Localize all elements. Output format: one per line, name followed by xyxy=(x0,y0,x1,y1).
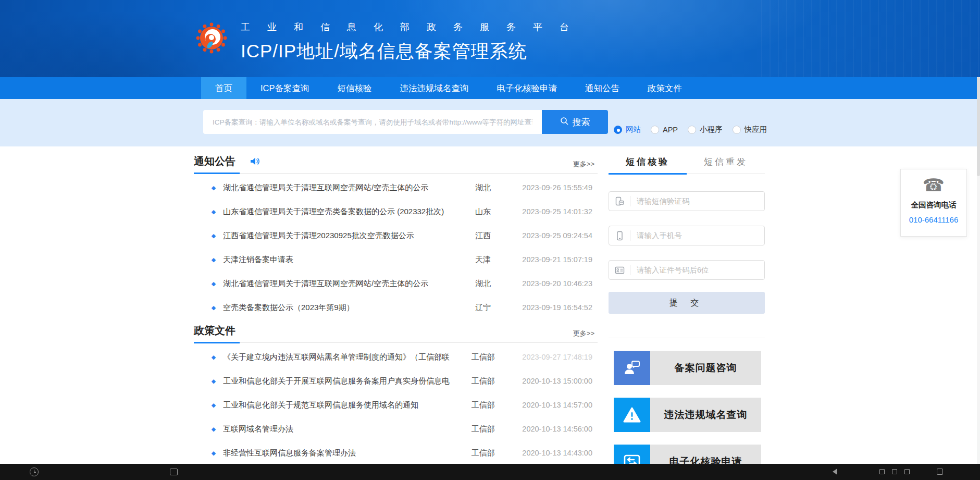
header-titles: 工业和信息化部政务服务平台 ICP/IP地址/域名信息备案管理系统 xyxy=(241,21,586,64)
radio-app[interactable]: APP xyxy=(651,126,678,134)
scrollbar-thumb[interactable] xyxy=(977,77,980,176)
control-icon[interactable] xyxy=(892,469,897,474)
policy-date: 2023-09-27 17:48:19 xyxy=(506,353,592,361)
policies-section: 政策文件 更多>> ◆ 《关于建立境内违法互联网站黑名单管理制度的通知》（工信部… xyxy=(194,324,598,465)
sms-code-input[interactable] xyxy=(630,197,764,205)
search-icon xyxy=(560,117,568,128)
fullscreen-icon[interactable] xyxy=(937,469,943,475)
miit-logo-icon xyxy=(195,19,228,57)
search-input[interactable] xyxy=(203,110,542,134)
illegal-domain-action-button[interactable]: 违法违规域名查询 xyxy=(614,398,761,432)
radio-miniprogram[interactable]: 小程序 xyxy=(688,125,723,134)
bottom-bar xyxy=(0,464,980,480)
volume-icon[interactable] xyxy=(833,469,837,475)
radio-label: 网站 xyxy=(626,125,641,134)
radio-dot xyxy=(688,126,696,134)
nav-item-illegal-domain-query[interactable]: 违法违规域名查询 xyxy=(386,77,483,99)
nav-item-notices[interactable]: 通知公告 xyxy=(571,77,634,99)
diamond-bullet-icon: ◆ xyxy=(204,402,223,409)
diamond-bullet-icon: ◆ xyxy=(204,354,223,361)
policy-date: 2020-10-13 14:43:00 xyxy=(506,449,592,457)
id-card-field-wrap xyxy=(609,260,765,280)
platform-name: 工业和信息化部政务服务平台 xyxy=(241,21,586,33)
consult-action-button[interactable]: 备案问题咨询 xyxy=(614,351,761,385)
policy-title-link[interactable]: 《关于建立境内违法互联网站黑名单管理制度的通知》（工信部联 xyxy=(223,352,460,362)
mobile-field-wrap xyxy=(609,226,765,245)
nav-item-icp-query[interactable]: ICP备案查询 xyxy=(246,77,324,99)
policies-more-link[interactable]: 更多>> xyxy=(573,329,594,338)
notice-row: ◆ 空壳类备案数据公示（2023年第9期） 辽宁 2023-09-19 16:5… xyxy=(194,296,598,319)
consult-icon xyxy=(614,351,650,385)
notice-date: 2023-09-25 14:01:32 xyxy=(506,207,592,216)
policy-source: 工信部 xyxy=(460,352,506,362)
site-header: 工业和信息化部政务服务平台 ICP/IP地址/域名信息备案管理系统 xyxy=(0,0,980,77)
policy-title-link[interactable]: 互联网域名管理办法 xyxy=(223,424,460,434)
id-number-input[interactable] xyxy=(630,266,764,274)
policy-title-link[interactable]: 工业和信息化部关于开展互联网信息服务备案用户真实身份信息电 xyxy=(223,376,460,386)
notice-row: ◆ 湖北省通信管理局关于清理互联网空壳网站/空壳主体的公示 湖北 2023-09… xyxy=(194,176,598,200)
telephone-icon: ☎ xyxy=(901,176,966,194)
policy-source: 工信部 xyxy=(460,448,506,458)
notice-title-link[interactable]: 空壳类备案数据公示（2023年第9期） xyxy=(223,303,460,313)
notice-title-link[interactable]: 湖北省通信管理局关于清理互联网空壳网站/空壳主体的公示 xyxy=(223,183,460,193)
main-navbar: 首页 ICP备案查询 短信核验 违法违规域名查询 电子化核验申请 通知公告 政策… xyxy=(0,77,980,99)
policy-date: 2020-10-13 14:57:00 xyxy=(506,401,592,409)
nav-item-sms-verify[interactable]: 短信核验 xyxy=(324,77,386,99)
policies-list: ◆ 《关于建立境内违法互联网站黑名单管理制度的通知》（工信部联 工信部 2023… xyxy=(194,345,598,465)
radio-dot xyxy=(733,126,741,134)
notice-region: 天津 xyxy=(460,255,506,265)
window-icon[interactable] xyxy=(170,469,178,475)
policy-row: ◆ 工业和信息化部关于规范互联网信息服务使用域名的通知 工信部 2020-10-… xyxy=(194,393,598,417)
notice-date: 2023-09-19 16:54:52 xyxy=(506,303,592,312)
notices-section: 通知公告 更多>> ◆ 湖北省通信管理局关于清理互联网空壳网站/空壳主体的公示 … xyxy=(194,154,598,319)
contact-phone-number: 010-66411166 xyxy=(901,215,966,224)
notice-title-link[interactable]: 山东省通信管理局关于清理空壳类备案数据的公示 (202332批次) xyxy=(223,207,460,217)
contact-label: 全国咨询电话 xyxy=(901,200,966,210)
policies-title: 政策文件 xyxy=(194,324,235,338)
nav-item-e-verification[interactable]: 电子化核验申请 xyxy=(483,77,572,99)
mobile-number-input[interactable] xyxy=(630,231,764,240)
notices-header: 通知公告 更多>> xyxy=(194,154,598,174)
radio-quickapp[interactable]: 快应用 xyxy=(733,125,767,134)
notice-date: 2023-09-26 15:55:49 xyxy=(506,183,592,192)
radio-dot xyxy=(651,126,659,134)
tab-sms-verify[interactable]: 短信核验 xyxy=(609,154,687,174)
notice-region: 山东 xyxy=(460,207,506,217)
tab-sms-resend[interactable]: 短信重发 xyxy=(687,154,765,174)
policies-title-underline xyxy=(194,342,240,343)
notice-row: ◆ 江西省通信管理局关于清理20230925批次空壳数据公示 江西 2023-0… xyxy=(194,224,598,248)
nav-item-home[interactable]: 首页 xyxy=(201,77,246,99)
id-card-icon xyxy=(609,265,630,275)
clock-icon[interactable] xyxy=(30,467,39,476)
warning-icon xyxy=(614,398,650,432)
search-button[interactable]: 搜索 xyxy=(542,110,608,134)
policies-header: 政策文件 更多>> xyxy=(194,324,598,343)
nav-items: 首页 ICP备案查询 短信核验 违法违规域名查询 电子化核验申请 通知公告 政策… xyxy=(201,77,696,99)
radio-website[interactable]: 网站 xyxy=(614,125,641,134)
notice-title-link[interactable]: 湖北省通信管理局关于清理互联网空壳网站/空壳主体的公示 xyxy=(223,279,460,289)
policy-title-link[interactable]: 非经营性互联网信息服务备案管理办法 xyxy=(223,448,460,458)
quick-actions: 备案问题咨询 违法违规域名查询 xyxy=(614,351,761,479)
diamond-bullet-icon: ◆ xyxy=(204,450,223,457)
notice-region: 江西 xyxy=(460,231,506,241)
nav-item-policies[interactable]: 政策文件 xyxy=(634,77,696,99)
icp-beian-homepage: 工业和信息化部政务服务平台 ICP/IP地址/域名信息备案管理系统 首页 ICP… xyxy=(0,0,980,480)
notices-more-link[interactable]: 更多>> xyxy=(573,159,594,169)
notice-title-link[interactable]: 天津注销备案申请表 xyxy=(223,255,460,265)
notices-title-underline xyxy=(194,173,240,174)
policy-title-link[interactable]: 工业和信息化部关于规范互联网信息服务使用域名的通知 xyxy=(223,400,460,410)
speaker-icon xyxy=(250,157,260,168)
diamond-bullet-icon: ◆ xyxy=(204,378,223,385)
notices-title: 通知公告 xyxy=(194,154,235,168)
submit-button[interactable]: 提 交 xyxy=(609,292,765,314)
control-icon[interactable] xyxy=(904,469,910,474)
notices-list: ◆ 湖北省通信管理局关于清理互联网空壳网站/空壳主体的公示 湖北 2023-09… xyxy=(194,176,598,319)
radio-dot xyxy=(614,126,622,134)
policy-source: 工信部 xyxy=(460,424,506,434)
search-strip: 搜索 网站 APP 小程序 快应用 xyxy=(0,99,980,146)
control-icon[interactable] xyxy=(879,469,885,474)
notice-title-link[interactable]: 江西省通信管理局关于清理20230925批次空壳数据公示 xyxy=(223,231,460,241)
diamond-bullet-icon: ◆ xyxy=(204,256,223,263)
sms-tabs: 短信核验 短信重发 xyxy=(609,154,765,174)
search-type-options: 网站 APP 小程序 快应用 xyxy=(614,125,767,134)
